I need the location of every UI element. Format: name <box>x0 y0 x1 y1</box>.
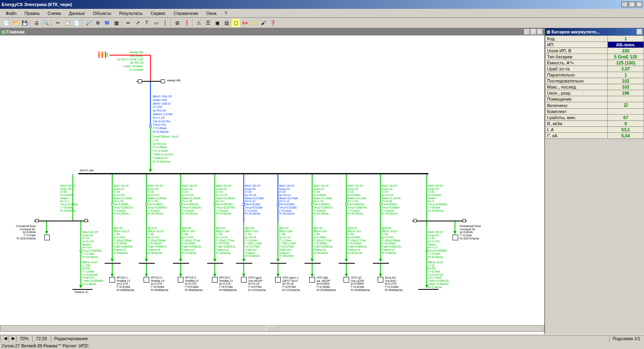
edit-icon[interactable]: ✏ <box>124 19 133 27</box>
warn-icon[interactable]: ⚠ <box>194 19 203 27</box>
preview-icon[interactable]: 🔍 <box>41 19 50 27</box>
menu-scheme[interactable]: Схема <box>43 10 65 17</box>
menu-results[interactable]: Результаты <box>115 10 146 17</box>
panel-label: Панель.1С <box>74 291 88 294</box>
paste-icon[interactable]: 📄 <box>72 19 81 27</box>
table-icon[interactable]: ▦ <box>112 19 121 27</box>
wand-icon[interactable]: ✨ <box>250 19 259 27</box>
red-vline <box>150 55 151 81</box>
help-icon[interactable]: ❓ <box>268 19 277 27</box>
restore-button[interactable]: ❐ <box>629 2 635 7</box>
props-row[interactable]: Тип батареи5 GroE 125 <box>545 54 644 60</box>
highlight-icon[interactable]: ▢ <box>231 19 240 27</box>
props-value[interactable]: ☑ <box>608 102 644 109</box>
props-value[interactable]: 1 <box>608 72 644 78</box>
menu-help[interactable]: ? <box>220 10 231 17</box>
left-block-label: Основной блок Силовой бл. Iр=0,864А I"=3… <box>16 225 36 240</box>
menu-objects[interactable]: Объекты <box>89 10 115 17</box>
menu-windows[interactable]: Окна <box>202 10 221 17</box>
open-icon[interactable]: 📂 <box>11 19 20 27</box>
props-value[interactable]: 102 <box>608 84 644 90</box>
props-row[interactable]: I", кА5,54 <box>545 133 644 139</box>
status-arrow-left[interactable]: ◀ <box>0 335 8 342</box>
props-row[interactable]: Uном ИП, В220 <box>545 48 644 54</box>
canvas-min-button[interactable]: _ <box>524 29 530 35</box>
br6-node <box>243 203 245 206</box>
props-row[interactable]: t работы, мин.67 <box>545 115 644 121</box>
find-icon[interactable]: 🔎 <box>84 19 93 27</box>
brush-icon[interactable]: 🖌 <box>259 19 268 27</box>
canvas-max-button[interactable]: ❐ <box>531 29 536 35</box>
props-row[interactable]: Uкон., разр.186 <box>545 90 644 96</box>
ld2-arrow <box>145 274 148 277</box>
menu-edit[interactable]: Правка <box>21 10 43 17</box>
props-value[interactable]: 102 <box>608 78 644 84</box>
props-value[interactable]: 67 <box>608 115 644 121</box>
list-icon[interactable]: ☰ <box>204 19 212 27</box>
canvas-area: ⊞ Главная _ ❐ ✕ шкаф АБ АБ-зонн. 1X102 5… <box>0 28 544 334</box>
props-row[interactable]: Макс., послед.102 <box>545 84 644 90</box>
props-value[interactable]: 0 <box>608 121 644 127</box>
horizontal-scrollbar[interactable] <box>0 325 544 332</box>
props-value[interactable]: 5,54 <box>608 133 644 139</box>
props-value[interactable]: 186 <box>608 90 644 96</box>
menu-reference[interactable]: Справочник <box>170 10 202 17</box>
props-label: I", кА <box>545 133 608 139</box>
props-row[interactable]: Последовательно102 <box>545 78 644 84</box>
info-icon[interactable]: ❗ <box>182 19 191 27</box>
copy-icon[interactable]: 📋 <box>63 19 72 27</box>
obj-icon[interactable]: ▣ <box>213 19 222 27</box>
cable1-arrow <box>149 169 152 172</box>
props-value[interactable]: 5 GroE 125 <box>608 54 644 60</box>
props-row[interactable]: Ёмкость, А*ч125 (100) <box>545 60 644 66</box>
battery-symbol[interactable] <box>99 52 107 58</box>
props-row[interactable]: Uраб эл-та2,07 <box>545 66 644 72</box>
status-arrow-right[interactable]: ▶ <box>8 335 16 342</box>
props-value[interactable]: 2,07 <box>608 66 644 72</box>
arrow-icon[interactable]: ↗ <box>133 19 142 27</box>
props-close-button[interactable]: ✕ <box>637 29 642 35</box>
props-row[interactable]: I, А53,1 <box>545 127 644 133</box>
props-value[interactable] <box>608 96 644 102</box>
obj2-icon[interactable]: ▤ <box>222 19 231 27</box>
menu-file[interactable]: Файл <box>2 10 21 17</box>
props-value[interactable]: 220 <box>608 48 644 54</box>
diagram-canvas[interactable]: шкаф АБ АБ-зонн. 1X102 5 GroE 125 Iр=53,… <box>0 35 544 325</box>
props-value[interactable]: АБ-зонн. <box>608 42 644 48</box>
cut-icon[interactable]: ✂ <box>53 19 62 27</box>
ld6-arrow <box>276 274 280 277</box>
print-icon[interactable]: 🖨 <box>32 19 41 27</box>
line-icon[interactable]: │ <box>161 19 170 27</box>
ld9-box <box>378 277 383 283</box>
scroll-thumb[interactable] <box>266 326 278 331</box>
save-icon[interactable]: 💾 <box>20 19 29 27</box>
text-icon[interactable]: T <box>142 19 151 27</box>
num-icon[interactable]: 9,9 <box>241 19 249 27</box>
new-icon[interactable]: 📄 <box>2 19 10 27</box>
minimize-button[interactable]: _ <box>621 2 628 7</box>
tool-icon[interactable]: ⚙ <box>93 19 102 27</box>
props-row[interactable]: ИПАБ-зонн. <box>545 42 644 48</box>
grid-icon[interactable]: ⊞ <box>173 19 182 27</box>
panel-bus <box>72 289 93 290</box>
props-value[interactable] <box>608 109 644 115</box>
close-button[interactable]: ✕ <box>636 2 642 7</box>
canvas-close-button[interactable]: ✕ <box>537 29 543 35</box>
right-cable-line <box>426 251 427 287</box>
ld2-label: КРУ10-3 Ячейка 14 Iр=2,27А I"=0,402кА R=… <box>151 276 169 291</box>
props-row[interactable]: Помещение <box>545 96 644 102</box>
props-row[interactable]: Код1 <box>545 36 644 42</box>
word-icon[interactable]: W <box>103 19 111 27</box>
menu-data[interactable]: Данные <box>65 10 89 17</box>
props-value[interactable]: 53,1 <box>608 127 644 133</box>
props-value[interactable]: 1 <box>608 36 644 42</box>
menu-service[interactable]: Сервис <box>146 10 170 17</box>
props-row[interactable]: Включено☑ <box>545 102 644 109</box>
rect-icon[interactable]: ▭ <box>152 19 160 27</box>
props-row[interactable]: R, мОм0 <box>545 121 644 127</box>
props-row[interactable]: Комплект <box>545 109 644 115</box>
props-value[interactable]: 125 (100) <box>608 60 644 66</box>
status-scheme: Подсхема 1/1 <box>609 335 644 342</box>
props-row[interactable]: Параллельно1 <box>545 72 644 78</box>
de5-bus <box>236 263 252 264</box>
